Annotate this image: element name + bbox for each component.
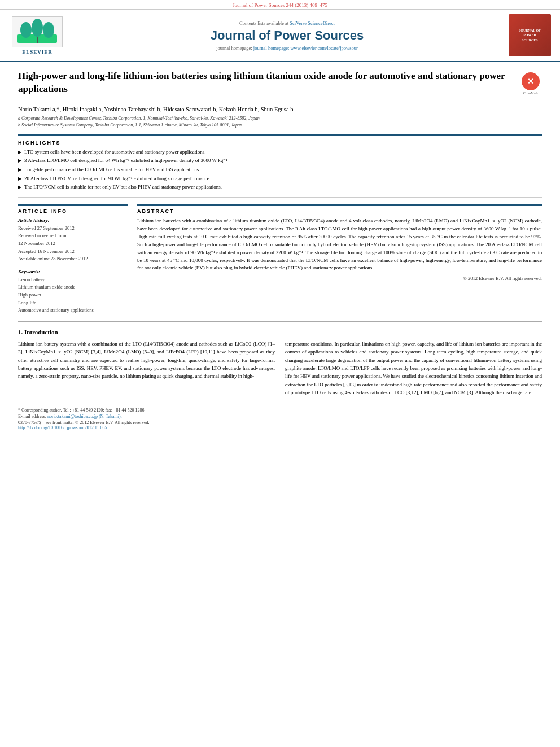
highlight-arrow-3: ▶ bbox=[18, 167, 21, 173]
journal-title: Journal of Power Sources bbox=[77, 28, 497, 43]
main-content: High-power and long-life lithium-ion bat… bbox=[0, 62, 560, 438]
intro-left-col: Lithium-ion battery systems with a combi… bbox=[18, 340, 275, 397]
keyword-4: Long-life bbox=[18, 299, 128, 307]
footer-section: * Corresponding author. Tel.: +81 44 549… bbox=[18, 404, 542, 430]
email-note: E-mail address: norio.takami@toshiba.co.… bbox=[18, 414, 542, 419]
highlight-arrow-1: ▶ bbox=[18, 149, 21, 155]
homepage-url[interactable]: journal homepage: www.elsevier.com/locat… bbox=[253, 45, 358, 51]
keyword-5: Automotive and stationary applications bbox=[18, 307, 128, 314]
introduction-body: Lithium-ion battery systems with a combi… bbox=[18, 340, 542, 397]
received-revised-label: Received in revised form bbox=[18, 232, 128, 240]
abstract-col: ABSTRACT Lithium-ion batteries with a co… bbox=[137, 204, 542, 314]
highlight-arrow-2: ▶ bbox=[18, 158, 21, 164]
received-date: Received 27 September 2012 bbox=[18, 225, 128, 233]
crossmark-label: CrossMark bbox=[523, 91, 539, 95]
svg-point-3 bbox=[43, 22, 54, 38]
journal-reference: Journal of Power Sources 244 (2013) 469–… bbox=[0, 0, 560, 10]
intro-right-col: temperature conditions. In particular, l… bbox=[285, 340, 542, 397]
history-title: Article history: bbox=[18, 217, 128, 223]
abstract-heading: ABSTRACT bbox=[137, 204, 542, 214]
highlights-section: HIGHLIGHTS ▶ LTO system cells have been … bbox=[18, 134, 542, 198]
elsevier-image bbox=[12, 16, 63, 47]
article-title-section: High-power and long-life lithium-ion bat… bbox=[18, 70, 542, 101]
doi-link[interactable]: http://dx.doi.org/10.1016/j.jpowsour.201… bbox=[18, 425, 542, 430]
crossmark-section: ✕ CrossMark bbox=[519, 70, 542, 95]
section-divider bbox=[18, 321, 542, 322]
svg-point-2 bbox=[32, 19, 43, 37]
highlight-arrow-4: ▶ bbox=[18, 176, 21, 182]
received-revised-date: 12 November 2012 bbox=[18, 240, 128, 248]
keywords-block: Keywords: Li-ion battery Lithium titaniu… bbox=[18, 269, 128, 314]
copyright: © 2012 Elsevier B.V. All rights reserved… bbox=[137, 276, 542, 281]
sciverse-link: Contents lists available at SciVerse Sci… bbox=[77, 20, 497, 26]
keyword-3: High-power bbox=[18, 291, 128, 299]
available-date: Available online 28 November 2012 bbox=[18, 255, 128, 263]
highlight-arrow-5: ▶ bbox=[18, 184, 21, 190]
highlight-item-4: ▶ 20 Ah-class LTO/NCM cell designed for … bbox=[18, 175, 542, 182]
keywords-title: Keywords: bbox=[18, 269, 128, 274]
sciverse-link-text[interactable]: SciVerse ScienceDirect bbox=[290, 20, 335, 26]
svg-point-1 bbox=[20, 22, 32, 38]
corresponding-author-note: * Corresponding author. Tel.: +81 44 549… bbox=[18, 408, 542, 413]
elsevier-name: ELSEVIER bbox=[22, 49, 53, 55]
highlight-item-1: ▶ LTO system cells have been developed f… bbox=[18, 148, 542, 156]
info-abstract-section: ARTICLE INFO Article history: Received 2… bbox=[18, 204, 542, 314]
abstract-text: Lithium-ion batteries with a combination… bbox=[137, 217, 542, 273]
highlight-item-5: ▶ The LTO/NCM cell is suitable for not o… bbox=[18, 184, 542, 191]
article-title: High-power and long-life lithium-ion bat… bbox=[18, 70, 519, 96]
introduction-section: 1. Introduction Lithium-ion battery syst… bbox=[18, 329, 542, 397]
keyword-2: Lithium titanium oxide anode bbox=[18, 283, 128, 291]
highlights-title: HIGHLIGHTS bbox=[18, 140, 542, 146]
highlight-item-3: ▶ Long-life performance of the LTO/LMO c… bbox=[18, 166, 542, 173]
journal-center: Contents lists available at SciVerse Sci… bbox=[65, 20, 509, 51]
highlight-item-2: ▶ 3 Ah-class LTO/LMO cell designed for 6… bbox=[18, 157, 542, 164]
journal-header: ELSEVIER Contents lists available at Sci… bbox=[0, 10, 560, 62]
intro-left-text: Lithium-ion battery systems with a combi… bbox=[18, 340, 275, 381]
journal-logo-right: JOURNAL OF POWER SOURCES bbox=[509, 14, 551, 56]
crossmark-icon[interactable]: ✕ bbox=[522, 72, 540, 90]
journal-homepage: journal homepage: journal homepage: www.… bbox=[77, 45, 497, 51]
issn-line: 0378-7753/$ – see front matter © 2012 El… bbox=[18, 420, 542, 425]
intro-right-text: temperature conditions. In particular, l… bbox=[285, 340, 542, 397]
article-info-col: ARTICLE INFO Article history: Received 2… bbox=[18, 204, 128, 314]
email-link[interactable]: norio.takami@toshiba.co.jp (N. Takami). bbox=[47, 414, 122, 419]
elsevier-logo: ELSEVIER bbox=[9, 16, 65, 55]
article-history: Article history: Received 27 September 2… bbox=[18, 217, 128, 263]
authors: Norio Takami a,*, Hiroki Inagaki a, Yosh… bbox=[18, 106, 542, 112]
affiliations: a Corporate Research & Development Cente… bbox=[18, 115, 542, 129]
accepted-date: Accepted 16 November 2012 bbox=[18, 248, 128, 256]
introduction-title: 1. Introduction bbox=[18, 329, 542, 335]
article-info-heading: ARTICLE INFO bbox=[18, 204, 128, 214]
keyword-1: Li-ion battery bbox=[18, 276, 128, 284]
